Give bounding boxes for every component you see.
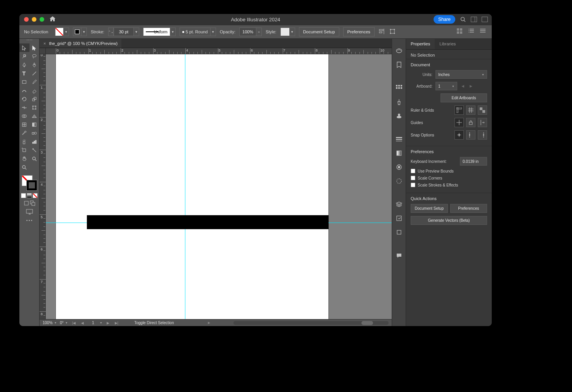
scale-strokes-checkbox[interactable]: Scale Strokes & Effects [411, 183, 487, 187]
transparency-panel-icon[interactable] [395, 163, 403, 171]
guide-vertical[interactable] [185, 54, 185, 319]
zoom-icon[interactable] [40, 17, 44, 22]
ruler-toggle-icon[interactable] [454, 105, 464, 115]
rectangle-tool[interactable] [19, 78, 29, 86]
scale-corners-checkbox[interactable]: Scale Corners [411, 176, 487, 180]
rotate-tool[interactable] [19, 95, 29, 103]
transparency-grid-icon[interactable] [478, 105, 487, 115]
curvature-tool[interactable] [29, 60, 40, 69]
width-tool[interactable] [19, 103, 29, 112]
brush-dropdown[interactable]: ▼ [211, 28, 216, 36]
graph-tool[interactable] [29, 137, 40, 146]
scrollbar-horizontal[interactable] [233, 321, 389, 325]
stroke-swatch[interactable] [73, 28, 81, 36]
search-icon[interactable] [460, 16, 466, 22]
pen-tool[interactable] [19, 60, 29, 69]
ruler-origin[interactable] [40, 48, 46, 54]
zoom-dropdown[interactable]: ▼ [54, 321, 57, 324]
selection-tool[interactable] [19, 43, 29, 52]
stroke-panel-icon[interactable] [395, 135, 403, 143]
guides-visibility-icon[interactable] [454, 118, 464, 127]
zoom-tool-2[interactable] [19, 163, 29, 171]
type-tool[interactable]: T [19, 69, 29, 78]
menu-icon[interactable] [480, 28, 487, 35]
shaper-tool[interactable] [19, 86, 29, 95]
artboard-nav[interactable]: 1 [88, 321, 98, 325]
guides-lock-icon[interactable] [466, 118, 475, 127]
artboard-tool[interactable] [19, 146, 29, 154]
stroke-indicator[interactable] [26, 180, 37, 191]
tab-properties[interactable]: Properties [406, 39, 435, 49]
lasso-tool[interactable] [29, 52, 40, 60]
layers-panel-icon[interactable] [395, 200, 403, 209]
workspace-icon[interactable] [482, 16, 488, 22]
fill-swatch[interactable] [55, 28, 64, 36]
grid-icon[interactable] [457, 28, 464, 35]
grid-toggle-icon[interactable] [466, 105, 475, 115]
eraser-tool[interactable] [29, 86, 40, 95]
prev-artboard-button[interactable]: ◀ [460, 84, 465, 88]
first-artboard-icon[interactable]: |◀ [71, 321, 77, 325]
snap-grid-icon[interactable] [466, 130, 475, 140]
home-icon[interactable] [50, 16, 55, 22]
direct-selection-tool[interactable] [29, 43, 40, 52]
blend-tool[interactable] [29, 129, 40, 137]
align-icon[interactable] [378, 28, 385, 35]
color-mode[interactable] [21, 193, 26, 198]
magic-wand-tool[interactable] [19, 52, 29, 60]
style-swatch[interactable] [280, 28, 290, 36]
next-artboard-icon[interactable]: ▶ [105, 321, 111, 325]
brushes-panel-icon[interactable] [395, 98, 403, 106]
fill-dropdown[interactable]: ▼ [64, 28, 69, 36]
stroke-dropdown[interactable]: ▼ [81, 28, 87, 36]
stroke-weight-dropdown[interactable]: ▼ [134, 28, 139, 36]
rotate-view[interactable]: 0° [60, 321, 64, 325]
color-panel-icon[interactable] [395, 47, 403, 55]
symbols-panel-icon[interactable] [395, 112, 403, 120]
draw-behind-icon[interactable] [30, 200, 35, 206]
screen-mode-icon[interactable] [26, 209, 33, 216]
color-guide-panel-icon[interactable] [395, 60, 403, 69]
next-artboard-button[interactable]: ▶ [468, 84, 473, 88]
prev-artboard-icon[interactable]: ◀ [80, 321, 85, 325]
share-button[interactable]: Share [434, 15, 455, 24]
stroke-weight-stepper[interactable]: ⌃⌄ [108, 28, 114, 36]
canvas[interactable] [46, 54, 392, 319]
transform-icon[interactable] [389, 28, 396, 35]
document-tab[interactable]: × the_grid* @ 100 % (CMYK/Preview) [40, 39, 121, 48]
swatches-panel-icon[interactable] [395, 84, 403, 92]
smart-guides-icon[interactable] [478, 118, 487, 127]
scale-tool[interactable] [29, 95, 40, 103]
zoom-level[interactable]: 100% [43, 321, 53, 325]
gradient-panel-icon[interactable] [395, 149, 403, 157]
zoom-tool[interactable] [29, 154, 40, 163]
perspective-tool[interactable] [29, 112, 40, 120]
gradient-tool[interactable] [29, 120, 40, 129]
document-setup-button[interactable]: Document Setup [299, 27, 339, 36]
opacity-dropdown[interactable]: > [256, 28, 262, 36]
style-dropdown[interactable]: ▼ [290, 28, 295, 36]
quick-preferences-button[interactable]: Preferences [450, 204, 487, 213]
comments-panel-icon[interactable] [395, 251, 403, 260]
brush-definition[interactable]: 5 pt. Round [180, 28, 211, 36]
snap-pixel-icon[interactable] [478, 130, 487, 140]
ruler-horizontal[interactable]: 012345678910 [46, 48, 392, 54]
minimize-icon[interactable] [32, 17, 36, 22]
width-profile[interactable]: Uniform [143, 28, 170, 36]
status-caret-icon[interactable]: ▶ [208, 321, 210, 325]
hand-tool[interactable] [19, 154, 29, 163]
eyedropper-tool[interactable] [19, 129, 29, 137]
opacity-input[interactable]: 100% [239, 28, 256, 36]
close-icon[interactable] [24, 17, 29, 22]
ruler-vertical[interactable]: 012345678 [40, 54, 46, 319]
snap-point-icon[interactable] [454, 130, 464, 140]
symbol-sprayer-tool[interactable] [19, 137, 29, 146]
line-tool[interactable] [29, 69, 40, 78]
list-icon[interactable] [468, 28, 475, 35]
edit-artboards-button[interactable]: Edit Artboards [441, 93, 487, 102]
free-transform-tool[interactable] [29, 103, 40, 112]
asset-export-panel-icon[interactable] [395, 214, 403, 223]
rotate-dropdown[interactable]: ▼ [65, 321, 68, 324]
artboard-nav-dropdown[interactable]: ▼ [100, 321, 102, 324]
slice-tool[interactable] [29, 146, 40, 154]
